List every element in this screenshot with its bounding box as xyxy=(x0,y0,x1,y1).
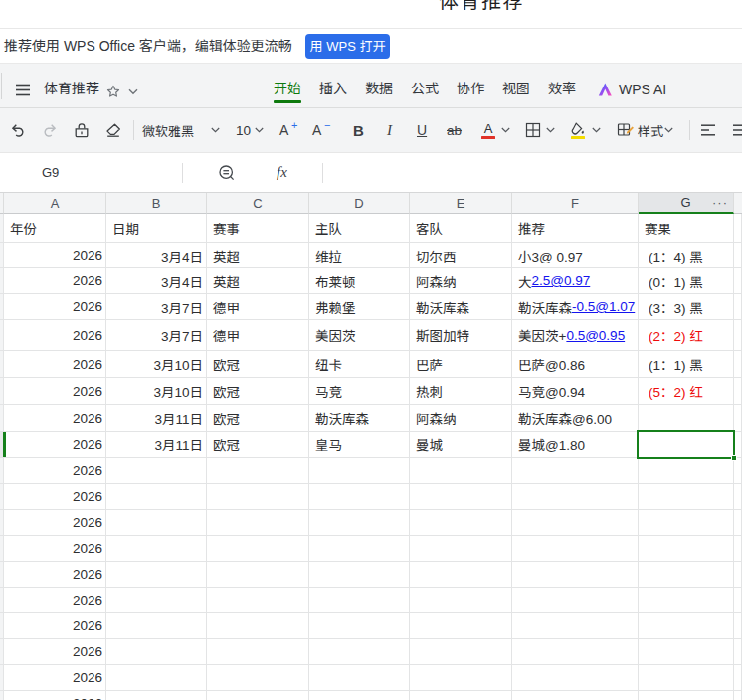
cell-home-team[interactable] xyxy=(309,588,410,613)
cell-result[interactable] xyxy=(639,639,734,665)
ribbon-tab-2[interactable]: 插入 xyxy=(319,64,347,107)
cell-year[interactable]: 2026 xyxy=(4,562,106,588)
font-size-select[interactable]: 10 xyxy=(236,108,251,152)
cell-tip[interactable]: 勒沃库森@6.00 xyxy=(512,405,639,432)
cell-date[interactable] xyxy=(106,510,207,536)
cell-tip[interactable] xyxy=(512,484,639,510)
cell-away-team[interactable]: 曼城 xyxy=(410,432,512,458)
increase-font-size-button[interactable]: A+ xyxy=(279,108,295,152)
align-center-button[interactable] xyxy=(733,108,742,152)
cell-home-team[interactable] xyxy=(309,639,410,665)
cell-year[interactable]: 2026 xyxy=(4,588,106,613)
cell-league[interactable] xyxy=(207,613,309,639)
cell-tip[interactable]: 曼城@1.80 xyxy=(512,432,639,458)
ribbon-tab-5[interactable]: 协作 xyxy=(457,64,484,107)
cell-tip[interactable] xyxy=(512,691,639,700)
cell-tip[interactable] xyxy=(512,588,639,613)
cell-stub[interactable] xyxy=(734,351,742,378)
cell-year[interactable]: 2026 xyxy=(4,405,106,432)
cell-home-team[interactable] xyxy=(309,484,410,510)
cell-tip[interactable] xyxy=(512,510,639,536)
cell-home-team[interactable] xyxy=(309,691,410,700)
cell-away-team[interactable]: 阿森纳 xyxy=(410,405,512,432)
strikethrough-button[interactable]: ab xyxy=(447,108,462,152)
cell-away-team[interactable] xyxy=(410,639,512,665)
cell-away-team[interactable]: 热刺 xyxy=(410,378,512,405)
fill-color-chevron-icon[interactable] xyxy=(592,108,601,152)
cell-date[interactable] xyxy=(106,484,207,510)
cell-date[interactable] xyxy=(106,613,207,639)
font-color-button[interactable]: A xyxy=(481,108,495,152)
eraser-button[interactable] xyxy=(104,108,122,152)
font-name-select[interactable]: 微软雅黑 xyxy=(142,108,194,152)
cell-away-team[interactable] xyxy=(410,613,512,639)
cell-stub[interactable] xyxy=(734,639,742,665)
borders-button[interactable] xyxy=(525,108,541,152)
cell-result[interactable] xyxy=(639,691,734,700)
cell-league[interactable] xyxy=(207,639,309,665)
cell-stub[interactable] xyxy=(734,432,742,458)
fill-color-button[interactable] xyxy=(570,108,585,152)
cell-away-team[interactable] xyxy=(410,588,512,613)
cell-result[interactable] xyxy=(639,588,734,613)
cell-away-team[interactable] xyxy=(410,691,512,700)
cell-home-team[interactable] xyxy=(309,536,410,562)
cell-stub[interactable] xyxy=(734,243,742,268)
cell-stub[interactable] xyxy=(734,562,742,588)
cell-year[interactable]: 2026 xyxy=(4,320,106,351)
cell-result[interactable] xyxy=(639,405,734,432)
cell-league[interactable] xyxy=(207,510,309,536)
cell-styles-button[interactable]: 样式 xyxy=(617,108,663,152)
borders-chevron-icon[interactable] xyxy=(546,108,555,152)
cell-away-team[interactable] xyxy=(410,562,512,588)
cell-stub[interactable] xyxy=(734,536,742,562)
cell-date[interactable] xyxy=(106,691,207,700)
cell-away-team[interactable] xyxy=(410,458,512,484)
insert-function-icon[interactable]: fx xyxy=(277,153,287,192)
cell-away-team[interactable] xyxy=(410,484,512,510)
cell-year[interactable]: 2026 xyxy=(4,484,106,510)
cell-home-team[interactable] xyxy=(309,510,410,536)
cell-tip[interactable] xyxy=(512,536,639,562)
undo-button[interactable] xyxy=(10,108,26,152)
cell-date[interactable] xyxy=(106,639,207,665)
cell-stub[interactable] xyxy=(734,320,742,351)
cell-result[interactable] xyxy=(639,510,734,536)
cell-home-team[interactable] xyxy=(309,458,410,484)
cell-year[interactable]: 2026 xyxy=(4,510,106,536)
title-dropdown-chevron-icon[interactable] xyxy=(128,88,138,95)
italic-button[interactable]: I xyxy=(387,108,392,152)
cell-stub[interactable] xyxy=(734,510,742,536)
table-header-cell[interactable]: 主队 xyxy=(309,214,410,243)
table-header-cell[interactable]: 推荐 xyxy=(512,214,639,243)
cell-stub[interactable] xyxy=(734,458,742,484)
document-title[interactable]: 体育推荐 xyxy=(44,64,99,107)
tip-odds-link[interactable]: -0.5@1.07 xyxy=(572,299,635,314)
cell-away-team[interactable] xyxy=(410,536,512,562)
cell-result[interactable]: (1：4) 黑 xyxy=(639,243,734,268)
cell-date[interactable] xyxy=(106,458,207,484)
cell-date[interactable]: 3月10日 xyxy=(106,351,207,378)
column-header-G[interactable]: G··· xyxy=(639,193,734,214)
cell-tip[interactable]: 美因茨+0.5@0.95 xyxy=(512,320,639,351)
cell-date[interactable]: 3月11日 xyxy=(106,432,207,458)
cell-away-team[interactable]: 勒沃库森 xyxy=(410,294,512,320)
cell-result[interactable] xyxy=(639,536,734,562)
cell-league[interactable] xyxy=(207,484,309,510)
cell-home-team[interactable]: 美因茨 xyxy=(309,320,410,351)
table-header-cell[interactable]: 日期 xyxy=(106,214,207,243)
cell-league[interactable] xyxy=(207,562,309,588)
cell-result[interactable]: (0：1) 黑 xyxy=(639,268,734,294)
cell-away-team[interactable]: 斯图加特 xyxy=(410,320,512,351)
ribbon-tab-1[interactable]: 开始 xyxy=(274,64,301,107)
cell-result[interactable] xyxy=(639,613,734,639)
cell-year[interactable]: 2026 xyxy=(4,243,106,268)
cell-tip[interactable]: 巴萨@0.86 xyxy=(512,351,639,378)
cell-league[interactable] xyxy=(207,665,309,691)
cell-year[interactable]: 2026 xyxy=(4,639,106,665)
cell-result[interactable]: (5：2) 红 xyxy=(639,378,734,405)
tip-odds-link[interactable]: 0.5@0.95 xyxy=(566,328,625,343)
cell-tip[interactable]: 勒沃库森-0.5@1.07 xyxy=(512,294,639,320)
formula-input[interactable] xyxy=(330,153,742,192)
cell-year[interactable]: 2026 xyxy=(4,432,106,458)
